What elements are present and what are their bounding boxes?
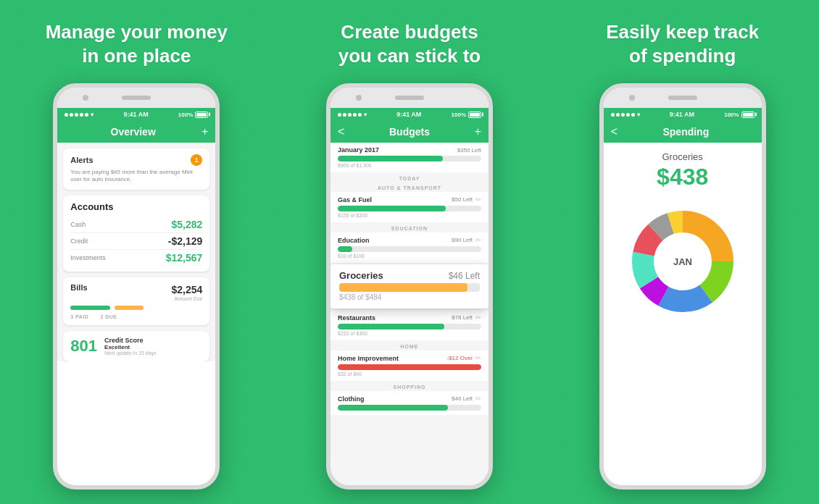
- add-icon-2[interactable]: +: [475, 125, 481, 138]
- edit-icon-cloth[interactable]: ✏: [475, 395, 481, 403]
- budget-jan-bar: [338, 156, 443, 161]
- section-home: HOME: [330, 341, 489, 350]
- budget-rest-sub: $222 of $300: [338, 331, 481, 336]
- credit-card: 801 Credit Score Excellent Next update i…: [63, 331, 209, 361]
- accounts-title: Accounts: [70, 201, 202, 212]
- back-icon-2[interactable]: <: [338, 125, 344, 138]
- account-amount-cash: $5,282: [172, 219, 203, 230]
- credit-score-value: 801: [70, 337, 97, 356]
- wifi-3: ▾: [637, 112, 640, 118]
- panel-2-title: Create budgetsyou can stick to: [338, 20, 481, 67]
- alert-badge: 1: [191, 154, 202, 166]
- edit-icon-edu[interactable]: ✏: [475, 236, 481, 244]
- camera-icon: [83, 95, 88, 101]
- spending-header: Groceries $438: [604, 143, 762, 196]
- camera-icon-3: [629, 95, 635, 101]
- dot-5: [85, 113, 88, 117]
- credit-label: Excellent: [104, 344, 202, 350]
- bills-bar-due: [115, 306, 144, 310]
- budget-groc-left: $46 Left: [449, 271, 480, 281]
- budget-jan-header: January 2017 $350 Left: [338, 146, 481, 154]
- battery-pct-3: 100%: [724, 112, 739, 118]
- section-auto: AUTO & TRANSPORT: [330, 182, 489, 192]
- speaker: [122, 96, 151, 100]
- bills-paid-label: 3 PAID: [70, 314, 88, 319]
- account-amount-investments: $12,567: [166, 252, 203, 264]
- bills-legend: 3 PAID 2 DUE: [70, 314, 202, 319]
- phone-2: ▾ 9:41 AM 100% < Budgets +: [326, 83, 493, 490]
- budget-gas: Gas & Fuel $50 Left ✏ $150 of $200: [330, 192, 489, 222]
- budget-edu-header: Education $90 Left ✏: [338, 236, 481, 244]
- back-icon-3[interactable]: <: [611, 125, 618, 138]
- dot-1: [65, 113, 68, 117]
- panel-1-title: Manage your moneyin one place: [46, 20, 228, 67]
- donut-center-text: JAN: [673, 256, 692, 267]
- section-today: TODAY: [330, 173, 489, 182]
- camera-icon-2: [356, 95, 362, 101]
- budget-jan-name: January 2017: [338, 146, 379, 154]
- status-left-2: ▾: [338, 112, 367, 118]
- status-time-3: 9:41 AM: [670, 111, 694, 118]
- account-row-cash: Cash $5,282: [70, 217, 202, 233]
- accounts-card: Accounts Cash $5,282 Credit -$2,129 Inve…: [63, 196, 209, 272]
- alerts-card: Alerts 1 You are paying $45 more than th…: [63, 148, 209, 190]
- account-name-investments: Investments: [70, 254, 106, 261]
- section-shopping: SHOPPING: [330, 382, 489, 391]
- panel-3-title: Easily keep trackof spending: [606, 20, 759, 67]
- budget-jan-bar-bg: [338, 156, 481, 161]
- budget-gas-sub: $150 of $200: [338, 213, 481, 218]
- budgets-screen: January 2017 $350 Left $950 of $1,300 TO…: [330, 143, 489, 485]
- app-header-1: Overview +: [57, 121, 215, 143]
- budget-edu-sub: $10 of $100: [338, 253, 481, 259]
- bills-amount-section: $2,254 Amount Due: [172, 283, 203, 301]
- edit-icon-gas[interactable]: ✏: [475, 196, 481, 203]
- budget-groc-sub: $438 of $484: [339, 293, 480, 301]
- budget-rest-bar-bg: [338, 324, 481, 329]
- account-name-credit: Credit: [70, 238, 88, 245]
- donut-chart: JAN: [625, 203, 741, 319]
- status-left: ▾: [65, 112, 93, 118]
- budget-edu-left: $90 Left: [452, 237, 473, 243]
- budget-groc-header: Groceries $46 Left: [339, 270, 480, 281]
- budget-cloth-bar: [338, 405, 448, 411]
- budget-january: January 2017 $350 Left $950 of $1,300: [330, 143, 489, 172]
- add-icon-1[interactable]: +: [201, 125, 208, 138]
- header-title-3: Spending: [618, 126, 754, 138]
- budget-home-bar: [338, 364, 481, 370]
- wifi-2: ▾: [364, 112, 367, 118]
- bills-card: Bills $2,254 Amount Due 3 PAID: [63, 277, 209, 325]
- budget-groc-bar: [339, 283, 467, 292]
- edit-icon-rest[interactable]: ✏: [475, 314, 481, 322]
- budget-gas-left: $50 Left: [452, 196, 473, 203]
- budget-rest-left: $78 Left: [452, 314, 473, 321]
- budget-restaurants: Restaurants $78 Left ✏ $222 of $300: [330, 310, 489, 340]
- section-education: EDUCATION: [330, 223, 489, 232]
- dot-2: [70, 113, 73, 117]
- status-bar-2: ▾ 9:41 AM 100%: [330, 108, 489, 121]
- budget-home-sub: $32 of $40: [338, 371, 481, 377]
- budget-groc-name: Groceries: [339, 270, 383, 281]
- budget-gas-right: $50 Left ✏: [452, 196, 481, 203]
- header-title-2: Budgets: [344, 126, 474, 138]
- budget-jan-left: $350 Left: [457, 147, 481, 154]
- budget-edu-bar: [338, 246, 352, 252]
- speaker-3: [668, 96, 697, 100]
- app-header-2: < Budgets +: [330, 121, 489, 143]
- alerts-title: Alerts: [70, 156, 93, 164]
- status-right-2: 100%: [452, 112, 481, 118]
- phone-2-top: [330, 88, 489, 108]
- edit-icon-home[interactable]: ✏: [475, 354, 481, 362]
- alerts-text: You are paying $45 more than the average…: [70, 169, 202, 184]
- budget-gas-bar: [338, 206, 446, 211]
- dot-4: [80, 113, 83, 117]
- battery-fill-1: [196, 113, 207, 117]
- bills-due-label: 2 DUE: [100, 314, 117, 319]
- donut-container: JAN: [604, 196, 762, 327]
- account-amount-credit: -$2,129: [168, 235, 202, 247]
- budget-groc-bar-bg: [339, 283, 480, 292]
- budget-rest-name: Restaurants: [338, 314, 375, 322]
- budget-home-right: -$12 Over ✏: [446, 354, 481, 362]
- status-time-1: 9:41 AM: [124, 111, 149, 118]
- phone-3-top: [604, 88, 762, 108]
- budget-edu-name: Education: [338, 237, 370, 244]
